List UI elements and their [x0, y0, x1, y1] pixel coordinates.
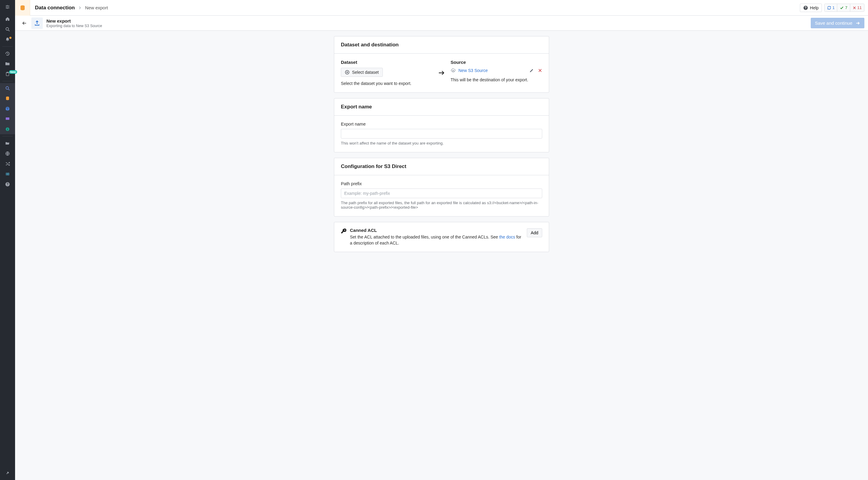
dataset-helper: Select the dataset you want to export. [341, 81, 433, 86]
nav-divider [2, 46, 13, 47]
back-button[interactable] [19, 18, 30, 29]
page-title: New export [46, 19, 102, 24]
nav-atom[interactable] [0, 169, 15, 179]
acl-docs-link[interactable]: the docs [499, 235, 515, 239]
nav-divider [2, 81, 13, 81]
topbar-actions: Help 1 7 11 [800, 4, 864, 12]
card-header: Configuration for S3 Direct [334, 158, 549, 175]
add-acl-label: Add [531, 230, 538, 235]
page-subtitle: Exporting data to New S3 Source [46, 24, 102, 28]
nav-search[interactable] [0, 24, 15, 34]
nav-divider [2, 136, 13, 136]
nav-help[interactable] [0, 179, 15, 190]
nav-toggle[interactable] [0, 0, 15, 14]
x-icon [852, 6, 856, 10]
nav-cube[interactable] [0, 104, 15, 114]
nav-shuffle[interactable] [0, 159, 15, 169]
nav-info[interactable] [0, 124, 15, 134]
nav-data-connection[interactable] [0, 93, 15, 104]
s3-config-card: Configuration for S3 Direct Path prefix … [334, 158, 549, 216]
dataset-destination-card: Dataset and destination Dataset Select d… [334, 36, 549, 93]
cloud-s3-icon [451, 68, 456, 73]
chevron-right-icon [79, 5, 82, 11]
path-prefix-label: Path prefix [341, 181, 542, 186]
nav-clipboard[interactable]: New [0, 69, 15, 79]
help-button[interactable]: Help [800, 4, 822, 12]
main: Data connection New export Help 1 7 [15, 0, 868, 480]
breadcrumb-current: New export [85, 5, 108, 10]
subheader: New export Exporting data to New S3 Sour… [15, 16, 868, 31]
source-label: Source [451, 60, 542, 65]
arrow-right-icon [855, 21, 860, 26]
nav-open-folder[interactable] [0, 138, 15, 148]
export-icon-tile [31, 18, 43, 29]
check-icon [840, 6, 844, 10]
export-name-label: Export name [341, 122, 542, 127]
card-header: Dataset and destination [334, 36, 549, 54]
export-name-input[interactable] [341, 129, 542, 139]
arrow-left-icon [22, 21, 27, 26]
source-helper: This will be the destination of your exp… [451, 77, 542, 82]
nav-explore[interactable] [0, 83, 15, 93]
status-errors-count: 11 [858, 5, 862, 10]
acl-description: Set the ACL attached to the uploaded fil… [350, 234, 523, 246]
status-syncing[interactable]: 1 [825, 4, 837, 11]
dataset-column: Dataset Select dataset Select the datase… [341, 60, 433, 86]
notification-dot-icon [9, 37, 11, 39]
content: Dataset and destination Dataset Select d… [15, 31, 868, 480]
save-and-continue-button[interactable]: Save and continue [811, 18, 864, 28]
svg-point-15 [453, 70, 454, 71]
nav-sidebar: New [0, 0, 15, 480]
svg-point-10 [7, 174, 8, 174]
source-column: Source New S3 Source [451, 60, 542, 82]
arrow-right-icon [433, 60, 451, 76]
svg-rect-5 [6, 117, 9, 120]
plus-circle-icon [345, 70, 350, 75]
new-badge: New [9, 70, 17, 74]
pencil-icon [529, 68, 534, 73]
export-name-hint: This won't affect the name of the datase… [341, 141, 542, 145]
breadcrumb: Data connection New export [35, 5, 108, 11]
nav-history[interactable] [0, 48, 15, 59]
help-icon [803, 5, 808, 10]
nav-globe[interactable] [0, 148, 15, 159]
status-errors[interactable]: 11 [850, 4, 864, 11]
status-syncing-count: 1 [832, 5, 835, 10]
nav-files[interactable] [0, 59, 15, 69]
app-icon[interactable] [15, 0, 30, 16]
help-label: Help [810, 5, 818, 10]
select-dataset-button[interactable]: Select dataset [341, 68, 383, 77]
source-link[interactable]: New S3 Source [458, 68, 488, 73]
database-icon [20, 5, 26, 11]
nav-monitor[interactable] [0, 114, 15, 124]
nav-home[interactable] [0, 14, 15, 24]
remove-source-button[interactable] [538, 68, 542, 73]
status-chips: 1 7 11 [824, 4, 864, 12]
edit-source-button[interactable] [529, 68, 534, 73]
nav-notifications[interactable] [0, 34, 15, 44]
key-icon [341, 228, 346, 246]
nav-expand[interactable] [0, 466, 15, 480]
status-ok[interactable]: 7 [837, 4, 849, 11]
select-dataset-label: Select dataset [352, 70, 379, 75]
svg-rect-2 [7, 72, 8, 73]
acl-title: Canned ACL [350, 228, 523, 233]
page-title-block: New export Exporting data to New S3 Sour… [46, 19, 102, 28]
breadcrumb-root[interactable]: Data connection [35, 5, 75, 11]
refresh-icon [827, 6, 831, 10]
canned-acl-card: Canned ACL Set the ACL attached to the u… [334, 222, 549, 252]
svg-point-0 [6, 28, 9, 30]
status-ok-count: 7 [845, 5, 847, 10]
svg-point-3 [6, 87, 9, 90]
save-label: Save and continue [815, 21, 852, 26]
export-name-card: Export name Export name This won't affec… [334, 98, 549, 152]
dataset-label: Dataset [341, 60, 433, 65]
x-icon [538, 68, 542, 73]
topbar: Data connection New export Help 1 7 [15, 0, 868, 16]
path-prefix-input[interactable] [341, 188, 542, 198]
upload-icon [34, 20, 40, 26]
add-acl-button[interactable]: Add [527, 228, 542, 237]
path-prefix-hint: The path prefix for all exported files, … [341, 201, 542, 210]
card-header: Export name [334, 99, 549, 116]
